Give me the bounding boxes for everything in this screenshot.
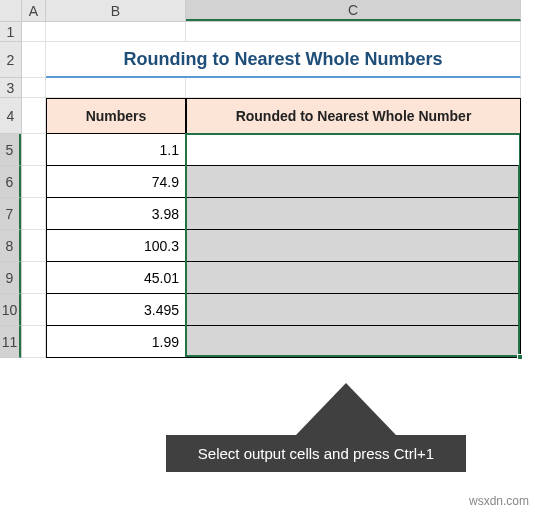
row-11: 1.99 (22, 326, 521, 358)
row-header-3[interactable]: 3 (0, 78, 21, 98)
row-3 (22, 78, 521, 98)
callout-arrow (296, 383, 396, 435)
cell-B11[interactable]: 1.99 (46, 326, 186, 358)
cell-C8[interactable] (186, 230, 521, 262)
cell-B1[interactable] (46, 22, 186, 42)
cell-A9[interactable] (22, 262, 46, 294)
row-header-4[interactable]: 4 (0, 98, 21, 134)
cell-B3[interactable] (46, 78, 186, 98)
title-cell[interactable]: Rounding to Nearest Whole Numbers (46, 42, 521, 78)
row-5: 1.1 (22, 134, 521, 166)
row-header-10[interactable]: 10 (0, 294, 21, 326)
row-1 (22, 22, 521, 42)
cell-A1[interactable] (22, 22, 46, 42)
cell-C11[interactable] (186, 326, 521, 358)
cell-B10[interactable]: 3.495 (46, 294, 186, 326)
row-header-8[interactable]: 8 (0, 230, 21, 262)
row-header-5[interactable]: 5 (0, 134, 21, 166)
cell-A8[interactable] (22, 230, 46, 262)
row-9: 45.01 (22, 262, 521, 294)
select-all-corner[interactable] (0, 0, 22, 22)
cell-B6[interactable]: 74.9 (46, 166, 186, 198)
cell-B9[interactable]: 45.01 (46, 262, 186, 294)
cell-A2[interactable] (22, 42, 46, 78)
cell-C7[interactable] (186, 198, 521, 230)
cell-grid: Rounding to Nearest Whole NumbersNumbers… (22, 22, 521, 358)
cell-B7[interactable]: 3.98 (46, 198, 186, 230)
row-header-2[interactable]: 2 (0, 42, 21, 78)
header-rounded[interactable]: Rounded to Nearest Whole Number (186, 98, 521, 134)
cell-A6[interactable] (22, 166, 46, 198)
cell-C9[interactable] (186, 262, 521, 294)
column-header-A[interactable]: A (22, 0, 46, 21)
row-10: 3.495 (22, 294, 521, 326)
row-headers: 1234567891011 (0, 22, 22, 358)
row-header-9[interactable]: 9 (0, 262, 21, 294)
column-header-C[interactable]: C (186, 0, 521, 21)
cell-A7[interactable] (22, 198, 46, 230)
callout: Select output cells and press Ctrl+1 (156, 383, 476, 472)
cell-A11[interactable] (22, 326, 46, 358)
cell-C5[interactable] (186, 134, 521, 166)
cell-A3[interactable] (22, 78, 46, 98)
column-headers: ABC (22, 0, 521, 22)
cell-B8[interactable]: 100.3 (46, 230, 186, 262)
row-2: Rounding to Nearest Whole Numbers (22, 42, 521, 78)
header-numbers[interactable]: Numbers (46, 98, 186, 134)
row-header-6[interactable]: 6 (0, 166, 21, 198)
column-header-B[interactable]: B (46, 0, 186, 21)
row-4: NumbersRounded to Nearest Whole Number (22, 98, 521, 134)
row-header-7[interactable]: 7 (0, 198, 21, 230)
cell-C3[interactable] (186, 78, 521, 98)
row-6: 74.9 (22, 166, 521, 198)
cell-A5[interactable] (22, 134, 46, 166)
cell-B5[interactable]: 1.1 (46, 134, 186, 166)
watermark: wsxdn.com (469, 494, 529, 508)
cell-C6[interactable] (186, 166, 521, 198)
cell-A10[interactable] (22, 294, 46, 326)
cell-C10[interactable] (186, 294, 521, 326)
cell-C1[interactable] (186, 22, 521, 42)
row-7: 3.98 (22, 198, 521, 230)
row-header-11[interactable]: 11 (0, 326, 21, 358)
row-8: 100.3 (22, 230, 521, 262)
row-header-1[interactable]: 1 (0, 22, 21, 42)
callout-text: Select output cells and press Ctrl+1 (166, 435, 466, 472)
cell-A4[interactable] (22, 98, 46, 134)
